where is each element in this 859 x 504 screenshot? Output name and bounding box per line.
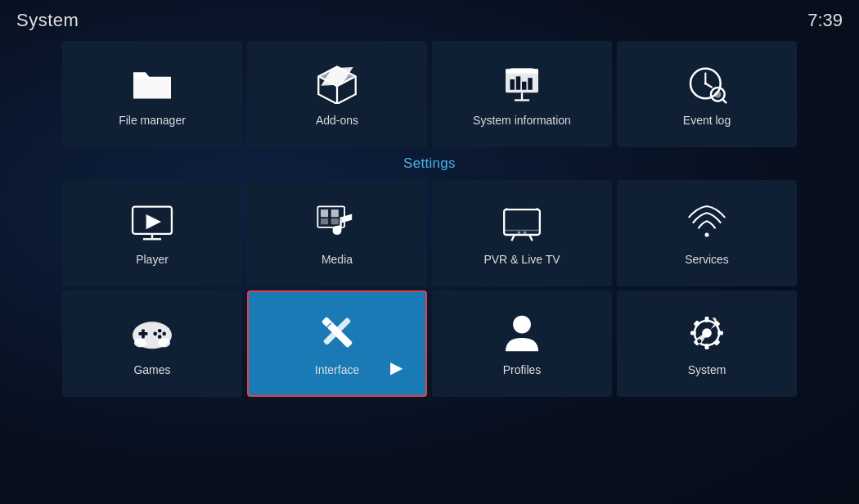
pvr-icon [496,200,548,245]
player-icon [126,200,178,245]
svg-rect-59 [690,331,696,335]
tile-services[interactable]: Services [617,180,797,286]
svg-point-38 [518,231,521,234]
top-row: File manager Add-ons [0,41,859,147]
media-icon [311,200,363,245]
svg-rect-27 [321,209,328,217]
svg-rect-8 [510,79,514,90]
svg-rect-64 [713,340,720,346]
clock: 7:39 [807,10,843,31]
tile-event-log-label: Event log [683,114,731,127]
svg-line-20 [722,99,726,102]
tile-services-label: Services [685,253,729,266]
tile-event-log[interactable]: Event log [617,41,797,147]
tile-file-manager[interactable]: File manager [62,41,242,147]
svg-rect-57 [705,317,709,322]
tile-file-manager-label: File manager [119,114,186,127]
folder-icon [126,61,178,106]
svg-point-48 [134,338,146,347]
svg-rect-58 [705,344,709,349]
tile-media[interactable]: Media [247,180,427,286]
svg-point-45 [162,332,166,336]
svg-rect-9 [516,76,520,89]
svg-rect-60 [717,331,723,335]
svg-point-40 [705,233,709,237]
svg-rect-61 [693,320,699,326]
svg-line-18 [705,83,712,88]
settings-row-1: Player Media [0,180,859,286]
svg-rect-30 [331,218,339,224]
svg-point-39 [524,231,527,234]
svg-rect-29 [321,218,328,224]
tile-interface-label: Interface [315,363,359,376]
svg-rect-11 [528,78,532,90]
svg-point-47 [153,332,157,336]
svg-rect-34 [536,208,538,210]
tile-player-label: Player [136,253,169,266]
svg-point-44 [158,329,162,333]
svg-point-54 [513,316,531,334]
svg-point-46 [158,335,162,339]
tile-interface[interactable]: Interface ▶ [247,290,427,397]
svg-point-49 [158,338,170,347]
svg-point-65 [697,340,701,344]
svg-rect-31 [340,217,342,226]
systemsettings-icon [681,311,733,355]
tile-player[interactable]: Player [62,180,242,286]
games-icon [126,311,178,355]
page-title: System [16,10,79,31]
services-icon [681,200,733,245]
svg-rect-10 [522,82,526,90]
svg-rect-32 [504,209,540,235]
svg-rect-33 [506,208,508,210]
tile-system[interactable]: System [617,290,797,397]
svg-point-21 [714,91,721,97]
tile-games[interactable]: Games [62,290,242,397]
header: System 7:39 [0,0,859,38]
tile-system-information[interactable]: System information [432,41,612,147]
tile-system-label: System [688,363,726,376]
section-label-settings: Settings [0,147,859,177]
svg-marker-23 [146,214,161,229]
tile-pvr-live-tv-label: PVR & Live TV [483,253,560,266]
tile-profiles-label: Profiles [503,363,542,376]
sysinfo-icon [496,61,548,106]
tile-profiles[interactable]: Profiles [432,290,612,397]
tile-pvr-live-tv[interactable]: PVR & Live TV [432,180,612,286]
svg-rect-43 [142,329,145,338]
cursor: ▶ [390,358,403,377]
interface-icon [311,311,363,355]
profiles-icon [496,311,548,355]
tile-games-label: Games [133,363,170,376]
tile-system-information-label: System information [473,114,571,127]
addons-icon [311,61,363,106]
tile-media-label: Media [322,253,353,266]
settings-row-2: Games Interface ▶ [0,290,859,397]
eventlog-icon [681,61,733,106]
svg-rect-28 [331,209,339,217]
tile-add-ons-label: Add-ons [316,114,358,127]
tile-add-ons[interactable]: Add-ons [247,41,427,147]
